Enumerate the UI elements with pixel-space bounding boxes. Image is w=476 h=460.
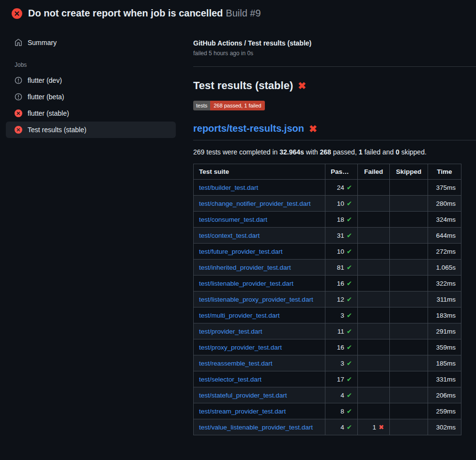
time-cell: 183ms — [428, 307, 461, 323]
skipped-cell — [390, 323, 428, 339]
main-content: GitHub Actions / Test results (stable) f… — [182, 26, 476, 435]
table-row: test/listenable_proxy_provider_test.dart… — [194, 291, 461, 307]
column-header-passed: Passed — [325, 164, 358, 180]
skipped-cell — [390, 291, 428, 307]
table-row: test/reassemble_test.dart3✔185ms — [194, 355, 461, 371]
test-suite-link[interactable]: test/inherited_provider_test.dart — [199, 264, 291, 271]
suite-cell: test/proxy_provider_test.dart — [194, 339, 325, 355]
failed-cell — [358, 307, 390, 323]
time-cell: 324ms — [428, 212, 461, 228]
sidebar-item-flutter-dev[interactable]: flutter (dev) — [6, 72, 176, 89]
test-suite-link[interactable]: test/stream_provider_test.dart — [199, 408, 286, 415]
sidebar-item-test-results-stable[interactable]: Test results (stable) — [6, 122, 176, 138]
skipped-cell — [390, 419, 428, 435]
skipped-cell — [390, 212, 428, 228]
time-cell: 302ms — [428, 419, 461, 435]
table-row: test/inherited_provider_test.dart81✔1.06… — [194, 260, 461, 276]
summary-segment: skipped. — [399, 148, 427, 156]
passed-cell: 16✔ — [325, 339, 358, 355]
skipped-cell — [390, 276, 428, 291]
summary-segment: 0 — [396, 148, 399, 156]
time-cell: 291ms — [428, 323, 461, 339]
neutral-status-icon — [15, 77, 22, 84]
summary-segment: 32.964s — [279, 148, 304, 156]
skipped-cell — [390, 244, 428, 260]
sidebar-item-label: flutter (stable) — [28, 109, 69, 117]
x-circle-icon — [15, 109, 22, 117]
passed-cell: 16✔ — [325, 276, 358, 291]
column-header-failed: Failed — [358, 164, 390, 180]
test-suite-link[interactable]: test/listenable_proxy_provider_test.dart — [199, 296, 313, 303]
failed-cell — [358, 291, 390, 307]
test-suite-link[interactable]: test/context_test.dart — [199, 232, 260, 239]
sidebar-item-flutter-stable[interactable]: flutter (stable) — [6, 105, 176, 122]
failed-cell — [358, 260, 390, 276]
test-suite-link[interactable]: test/value_listenable_provider_test.dart — [199, 424, 313, 431]
test-suite-link[interactable]: test/future_provider_test.dart — [199, 248, 283, 255]
time-cell: 185ms — [428, 355, 461, 371]
suite-cell: test/value_listenable_provider_test.dart — [194, 419, 325, 435]
time-cell: 280ms — [428, 196, 461, 212]
run-failed-x-circle-icon — [12, 8, 22, 19]
x-icon: ✖ — [379, 424, 384, 431]
sidebar-item-label: flutter (beta) — [28, 93, 64, 101]
table-row: test/selector_test.dart17✔331ms — [194, 371, 461, 387]
time-cell: 644ms — [428, 228, 461, 244]
section-title: Test results (stable) — [193, 79, 293, 92]
test-suite-link[interactable]: test/selector_test.dart — [199, 376, 261, 383]
suite-cell: test/selector_test.dart — [194, 371, 325, 387]
test-suite-link[interactable]: test/reassemble_test.dart — [199, 360, 273, 367]
x-circle-icon — [15, 126, 22, 134]
report-file-link[interactable]: reports/test-results.json — [193, 123, 304, 134]
failed-x-icon: ✖ — [298, 81, 306, 91]
badge-label: tests — [193, 101, 210, 110]
run-title: Do not create report when job is cancell… — [28, 8, 223, 18]
suite-cell: test/builder_test.dart — [194, 180, 325, 196]
test-suite-link[interactable]: test/listenable_provider_test.dart — [199, 280, 293, 287]
skipped-cell — [390, 355, 428, 371]
test-suite-link[interactable]: test/builder_test.dart — [199, 184, 258, 191]
sidebar-item-summary[interactable]: Summary — [6, 34, 176, 51]
failed-cell: 1✖ — [358, 419, 390, 435]
failed-cell — [358, 355, 390, 371]
table-row: test/listenable_provider_test.dart16✔322… — [194, 276, 461, 291]
passed-cell: 4✔ — [325, 387, 358, 403]
suite-cell: test/stateful_provider_test.dart — [194, 387, 325, 403]
suite-cell: test/consumer_test.dart — [194, 212, 325, 228]
sidebar-item-flutter-beta[interactable]: flutter (beta) — [6, 89, 176, 105]
summary-segment: 1 — [359, 148, 363, 156]
test-suite-link[interactable]: test/stateful_provider_test.dart — [199, 392, 287, 399]
sidebar-item-label: flutter (dev) — [28, 77, 62, 84]
failed-cell — [358, 276, 390, 291]
passed-cell: 17✔ — [325, 371, 358, 387]
column-header-test-suite: Test suite — [194, 164, 325, 180]
breadcrumb: GitHub Actions / Test results (stable) — [193, 39, 461, 47]
test-suite-link[interactable]: test/proxy_provider_test.dart — [199, 344, 282, 351]
test-suite-link[interactable]: test/consumer_test.dart — [199, 216, 267, 223]
table-row: test/consumer_test.dart18✔324ms — [194, 212, 461, 228]
test-suite-link[interactable]: test/change_notifier_provider_test.dart — [199, 200, 310, 207]
passed-cell: 4✔ — [325, 419, 358, 435]
check-icon: ✔ — [347, 344, 352, 351]
check-icon: ✔ — [347, 232, 352, 239]
passed-cell: 12✔ — [325, 291, 358, 307]
failed-cell — [358, 228, 390, 244]
tests-badge: tests 268 passed, 1 failed — [193, 101, 265, 110]
test-suite-link[interactable]: test/provider_test.dart — [199, 328, 262, 335]
failed-cell — [358, 323, 390, 339]
summary-segment: 268 — [320, 148, 331, 156]
check-icon: ✔ — [347, 328, 352, 335]
column-header-skipped: Skipped — [390, 164, 428, 180]
failed-cell — [358, 180, 390, 196]
failed-cell — [358, 387, 390, 403]
summary-segment: with — [304, 148, 320, 156]
test-suite-link[interactable]: test/multi_provider_test.dart — [199, 312, 280, 319]
run-meta-text: failed 5 hours ago in 0s — [193, 50, 461, 57]
check-icon: ✔ — [347, 392, 352, 399]
table-row: test/builder_test.dart24✔375ms — [194, 180, 461, 196]
passed-cell: 10✔ — [325, 244, 358, 260]
time-cell: 259ms — [428, 403, 461, 419]
jobs-section-label: Jobs — [15, 61, 167, 68]
failed-cell — [358, 196, 390, 212]
check-icon: ✔ — [347, 280, 352, 287]
